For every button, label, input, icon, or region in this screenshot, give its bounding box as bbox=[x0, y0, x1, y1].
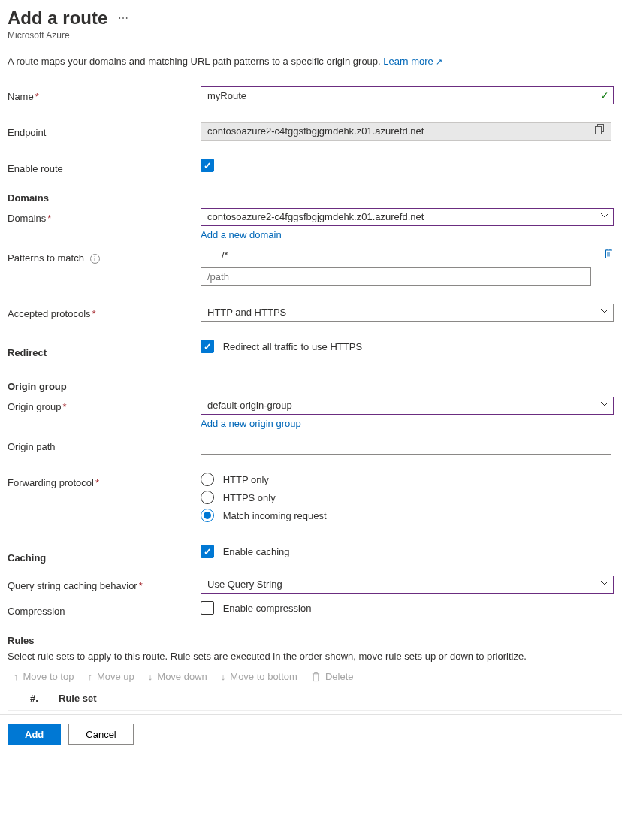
enable-caching-checkbox[interactable] bbox=[201, 545, 214, 558]
origin-path-input[interactable] bbox=[201, 437, 611, 455]
pattern-input[interactable] bbox=[201, 267, 591, 286]
add-origin-group-link[interactable]: Add a new origin group bbox=[201, 418, 301, 429]
delete-rule-button[interactable]: Delete bbox=[311, 671, 354, 682]
domains-label: Domains* bbox=[8, 208, 201, 224]
rules-toolbar: ↑Move to top ↑Move up ↓Move down ↓Move t… bbox=[8, 671, 611, 682]
pattern-value: /* bbox=[201, 249, 228, 261]
external-link-icon: ↗ bbox=[436, 57, 442, 66]
origin-group-section-label: Origin group bbox=[8, 381, 611, 392]
cancel-button[interactable]: Cancel bbox=[68, 724, 133, 745]
info-icon[interactable]: i bbox=[90, 254, 100, 264]
move-down-button[interactable]: ↓Move down bbox=[148, 671, 207, 682]
name-label: Name* bbox=[8, 86, 201, 102]
forwarding-match-radio[interactable] bbox=[201, 509, 214, 522]
learn-more-link[interactable]: Learn more↗ bbox=[383, 56, 442, 67]
page-header: Add a route ⋯ Microsoft Azure bbox=[8, 8, 611, 41]
enable-route-checkbox[interactable] bbox=[201, 159, 214, 172]
origin-group-label: Origin group* bbox=[8, 397, 201, 412]
enable-compression-checkbox[interactable] bbox=[201, 601, 214, 615]
rules-section-label: Rules bbox=[8, 635, 611, 646]
move-to-top-button[interactable]: ↑Move to top bbox=[14, 671, 74, 682]
col-ruleset: Rule set bbox=[59, 693, 97, 704]
pattern-row: /* bbox=[201, 248, 614, 261]
accepted-protocols-label: Accepted protocols* bbox=[8, 304, 201, 319]
compression-label: Compression bbox=[8, 601, 201, 617]
patterns-label: Patterns to match i bbox=[8, 248, 201, 264]
move-to-bottom-button[interactable]: ↓Move to bottom bbox=[221, 671, 297, 682]
redirect-checkbox[interactable] bbox=[201, 340, 214, 353]
query-caching-select[interactable]: Use Query String bbox=[201, 576, 614, 594]
forwarding-protocol-label: Forwarding protocol* bbox=[8, 473, 201, 488]
add-button[interactable]: Add bbox=[8, 724, 61, 745]
copy-icon[interactable] bbox=[595, 123, 605, 140]
endpoint-field: contosoazure2-c4fggsfbgjgmdehk.z01.azure… bbox=[201, 122, 611, 141]
trash-icon bbox=[311, 672, 321, 682]
rules-table-header: #. Rule set bbox=[8, 690, 611, 711]
enable-compression-text: Enable compression bbox=[223, 603, 312, 614]
name-input[interactable] bbox=[201, 86, 614, 104]
page-title: Add a route bbox=[8, 8, 107, 29]
redirect-label: Redirect bbox=[8, 346, 201, 358]
origin-path-label: Origin path bbox=[8, 437, 201, 452]
rules-description: Select rule sets to apply to this route.… bbox=[8, 651, 611, 662]
page-description: A route maps your domains and matching U… bbox=[8, 56, 611, 67]
query-caching-label: Query string caching behavior* bbox=[8, 576, 201, 591]
caching-label: Caching bbox=[8, 551, 201, 564]
move-up-button[interactable]: ↑Move up bbox=[87, 671, 134, 682]
more-icon[interactable]: ⋯ bbox=[118, 12, 129, 24]
domains-select[interactable]: contosoazure2-c4fggsfbgjgmdehk.z01.azure… bbox=[201, 208, 614, 226]
endpoint-label: Endpoint bbox=[8, 122, 201, 138]
col-number: #. bbox=[30, 693, 41, 704]
footer: Add Cancel bbox=[0, 714, 622, 755]
accepted-protocols-select[interactable]: HTTP and HTTPS bbox=[201, 304, 614, 322]
enable-caching-text: Enable caching bbox=[223, 546, 290, 557]
delete-pattern-icon[interactable] bbox=[603, 248, 614, 261]
valid-check-icon: ✓ bbox=[600, 89, 609, 101]
forwarding-https-radio[interactable] bbox=[201, 491, 214, 504]
add-domain-link[interactable]: Add a new domain bbox=[201, 229, 282, 240]
enable-route-label: Enable route bbox=[8, 159, 201, 174]
redirect-text: Redirect all traffic to use HTTPS bbox=[223, 341, 362, 352]
origin-group-select[interactable]: default-origin-group bbox=[201, 397, 614, 415]
domains-section-label: Domains bbox=[8, 192, 611, 204]
svg-rect-1 bbox=[596, 127, 602, 134]
page-subtitle: Microsoft Azure bbox=[8, 30, 611, 41]
forwarding-http-radio[interactable] bbox=[201, 473, 214, 486]
